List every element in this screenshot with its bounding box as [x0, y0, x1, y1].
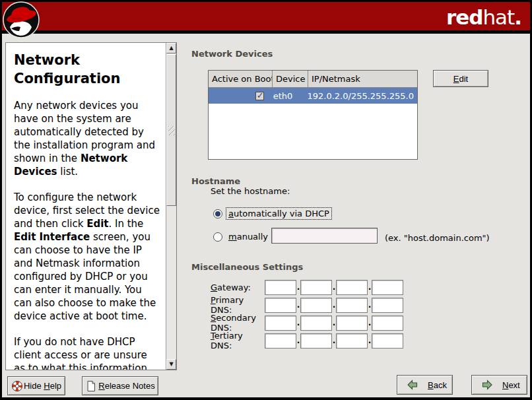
life-preserver-icon: [11, 380, 23, 392]
hostname-manual-option[interactable]: manually: [213, 231, 270, 242]
scrollbar-thumb[interactable]: [166, 54, 176, 206]
device-cell: eth0: [270, 91, 304, 101]
secondary-dns-octet-2[interactable]: [300, 316, 332, 331]
back-button[interactable]: Back: [397, 375, 453, 395]
edit-button[interactable]: Edit: [433, 70, 488, 87]
gateway-octet-3[interactable]: [336, 280, 368, 295]
primary-dns-octet-2[interactable]: [300, 298, 332, 313]
gateway-octet-2[interactable]: [300, 280, 332, 295]
hostname-auto-option[interactable]: automatically via DHCP: [213, 208, 331, 219]
radio-unselected-icon[interactable]: [213, 232, 222, 242]
gateway-octet-4[interactable]: [372, 280, 403, 295]
active-on-boot-cell: ✓: [209, 92, 270, 100]
tertiary-dns-label: Tertiary DNS:: [211, 331, 265, 350]
hostname-section-title: Hostname: [191, 176, 240, 186]
hostname-example-hint: (ex. "host.domain.com"): [385, 233, 490, 243]
tertiary-dns-row: Tertiary DNS: . . .: [211, 333, 403, 349]
table-header-row: Active on Boot Device IP/Netmask: [209, 71, 417, 88]
tertiary-dns-octet-1[interactable]: [265, 333, 296, 349]
help-paragraph-2: To configure the network device, first s…: [14, 191, 160, 323]
help-panel: Network Configuration Any network device…: [5, 42, 177, 370]
help-scrollbar[interactable]: ▲ ▼: [166, 43, 176, 370]
help-paragraph-3: If you do not have DHCP client access or…: [14, 335, 160, 370]
misc-settings-section-title: Miscellaneous Settings: [191, 262, 303, 272]
redhat-shadowman-logo-icon: [2, 1, 40, 39]
help-text: Network Configuration Any network device…: [6, 43, 166, 370]
hide-help-button[interactable]: Hide Help: [7, 376, 65, 395]
secondary-dns-row: Secondary DNS: . . .: [211, 315, 403, 331]
column-header-active-on-boot[interactable]: Active on Boot: [209, 71, 273, 87]
secondary-dns-octet-3[interactable]: [336, 316, 368, 331]
back-arrow-icon: [407, 379, 418, 391]
primary-dns-row: Primary DNS: . . .: [211, 297, 403, 313]
primary-dns-octet-1[interactable]: [265, 298, 296, 313]
redhat-wordmark: redhat.: [446, 5, 521, 29]
scrollbar-grip: [168, 126, 175, 135]
tertiary-dns-octet-2[interactable]: [300, 333, 332, 349]
main-content: Network Configuration Any network device…: [2, 34, 530, 397]
secondary-dns-octet-4[interactable]: [372, 316, 403, 331]
scroll-up-icon[interactable]: ▲: [166, 43, 176, 53]
tertiary-dns-octet-3[interactable]: [336, 333, 368, 349]
misc-settings-grid: Gateway: . . . Primary DNS: . . . Second…: [211, 279, 403, 350]
hostname-manual-input[interactable]: [271, 228, 378, 244]
primary-dns-octet-4[interactable]: [372, 298, 403, 313]
next-button[interactable]: Next: [471, 375, 527, 395]
help-title: Network Configuration: [14, 51, 160, 88]
release-notes-button[interactable]: Release Notes: [82, 376, 158, 395]
set-hostname-prompt: Set the hostname:: [211, 186, 290, 196]
help-paragraph-1: Any network devices you have on the syst…: [14, 99, 160, 178]
next-arrow-icon: [481, 379, 493, 391]
table-row-eth0[interactable]: ✓ eth0 192.0.2.0/255.255.255.0: [209, 88, 417, 104]
radio-selected-icon[interactable]: [213, 209, 222, 218]
gateway-row: Gateway: . . .: [211, 279, 403, 295]
column-header-device[interactable]: Device: [273, 71, 308, 87]
gateway-octet-1[interactable]: [265, 280, 296, 295]
tertiary-dns-octet-4[interactable]: [372, 333, 403, 349]
primary-dns-label: Primary DNS:: [211, 295, 265, 315]
network-devices-section-title: Network Devices: [191, 49, 273, 59]
network-devices-table: Active on Boot Device IP/Netmask ✓ eth0 …: [208, 70, 418, 160]
hostname-auto-label[interactable]: automatically via DHCP: [226, 208, 331, 219]
hostname-manual-label[interactable]: manually: [226, 231, 270, 242]
checkmark-icon: ✓: [257, 90, 264, 100]
secondary-dns-label: Secondary DNS:: [211, 313, 265, 333]
active-on-boot-checkbox[interactable]: ✓: [255, 92, 264, 100]
secondary-dns-octet-1[interactable]: [265, 316, 296, 331]
gateway-label: Gateway:: [211, 283, 265, 292]
scroll-down-icon[interactable]: ▼: [166, 359, 176, 370]
column-header-ip-netmask[interactable]: IP/Netmask: [308, 71, 417, 87]
primary-dns-octet-3[interactable]: [336, 298, 368, 313]
document-icon: [85, 380, 97, 392]
ip-netmask-cell: 192.0.2.0/255.255.255.0: [304, 91, 417, 101]
